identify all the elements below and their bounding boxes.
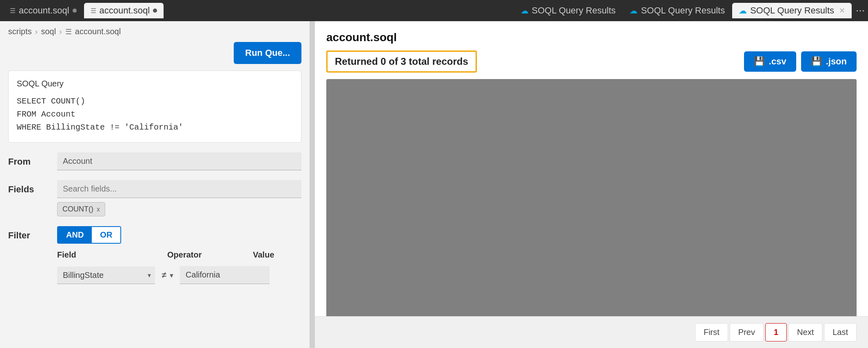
right-panel: account.soql Returned 0 of 3 total recor… bbox=[315, 21, 868, 348]
filter-content: AND OR Field Operator Value BillingState bbox=[57, 226, 343, 284]
export-json-button[interactable]: 💾 .json bbox=[801, 51, 857, 72]
results-header: account.soql bbox=[315, 21, 868, 51]
breadcrumb-sep-2: › bbox=[59, 27, 62, 36]
tab-label-2: account.soql bbox=[100, 5, 150, 16]
filter-field-select[interactable]: BillingState bbox=[57, 267, 155, 284]
filter-label: Filter bbox=[8, 226, 49, 241]
salesforce-icon-3: ☁ bbox=[739, 6, 747, 15]
export-csv-button[interactable]: 💾 .csv bbox=[744, 51, 796, 72]
breadcrumb-scripts[interactable]: scripts bbox=[8, 27, 32, 36]
records-status-row: Returned 0 of 3 total records 💾 .csv 💾 .… bbox=[315, 51, 868, 79]
soql-line-2: FROM Account bbox=[17, 108, 293, 121]
left-panel: scripts › soql › ☰ account.soql Run Que.… bbox=[0, 21, 310, 348]
form-section: From Fields COUNT() x Filter bbox=[0, 152, 310, 348]
tab-soql-results-3[interactable]: ☁ SOQL Query Results ✕ bbox=[732, 3, 852, 18]
filter-column-headers: Field Operator Value bbox=[57, 250, 343, 260]
from-row: From bbox=[8, 152, 301, 170]
cursor-area bbox=[840, 31, 857, 44]
salesforce-icon-2: ☁ bbox=[629, 6, 638, 15]
filter-operator-symbol: ≠ bbox=[162, 270, 166, 280]
tab-label-5: SOQL Query Results bbox=[750, 5, 834, 16]
fields-container: COUNT() x bbox=[57, 180, 301, 216]
file-icon: ☰ bbox=[65, 27, 72, 36]
filter-col-field-header: Field bbox=[57, 250, 155, 260]
and-toggle-button[interactable]: AND bbox=[58, 227, 92, 243]
filter-col-operator-header: Operator bbox=[167, 250, 241, 260]
soql-line-3: WHERE BillingState != 'California' bbox=[17, 121, 293, 134]
filter-row-values: BillingState ≠ ≠ ▾ bbox=[57, 266, 343, 284]
pagination-last-button[interactable]: Last bbox=[824, 323, 857, 341]
tab-soql-results-1[interactable]: ☁ SOQL Query Results bbox=[514, 3, 622, 18]
filter-value-input[interactable] bbox=[180, 266, 270, 284]
from-input[interactable] bbox=[57, 152, 301, 170]
pagination: First Prev 1 Next Last bbox=[315, 316, 868, 348]
run-query-button[interactable]: Run Que... bbox=[234, 42, 301, 64]
json-label: .json bbox=[826, 56, 847, 67]
or-toggle-button[interactable]: OR bbox=[92, 227, 120, 243]
fields-search-input[interactable] bbox=[57, 180, 301, 198]
panel-divider[interactable] bbox=[310, 21, 315, 348]
breadcrumb: scripts › soql › ☰ account.soql bbox=[0, 21, 310, 42]
save-icon-csv: 💾 bbox=[754, 56, 765, 67]
run-query-row: Run Que... bbox=[0, 42, 310, 70]
breadcrumb-soql[interactable]: soql bbox=[41, 27, 56, 36]
from-label: From bbox=[8, 152, 49, 167]
fields-label: Fields bbox=[8, 180, 49, 195]
pagination-first-button[interactable]: First bbox=[695, 323, 728, 341]
pagination-current-page[interactable]: 1 bbox=[765, 323, 787, 341]
tab-close-button[interactable]: ✕ bbox=[839, 6, 845, 15]
filter-field-wrapper: BillingState bbox=[57, 267, 155, 284]
records-status-badge: Returned 0 of 3 total records bbox=[326, 51, 477, 73]
soql-line-1: SELECT COUNT() bbox=[17, 95, 293, 108]
tab-bar: ☰ account.soql ☰ account.soql ☁ SOQL Que… bbox=[0, 0, 868, 21]
field-tag-count: COUNT() x bbox=[57, 202, 105, 216]
tab-account-soql-1[interactable]: ☰ account.soql bbox=[3, 3, 83, 18]
more-tabs-icon[interactable]: ⋯ bbox=[856, 5, 865, 16]
field-tag-label: COUNT() bbox=[62, 205, 93, 214]
breadcrumb-file[interactable]: account.soql bbox=[75, 27, 121, 36]
tab-overflow-actions: ⋯ bbox=[856, 5, 865, 16]
filter-operator-display: ≠ ≠ ▾ bbox=[162, 270, 173, 280]
tab-modified-dot-1 bbox=[73, 9, 77, 13]
tab-label-1: account.soql bbox=[19, 5, 69, 16]
and-or-toggle: AND OR bbox=[57, 226, 121, 244]
tab-label-3: SOQL Query Results bbox=[532, 5, 616, 16]
soql-query-label: SOQL Query bbox=[17, 79, 293, 88]
fields-row: Fields COUNT() x bbox=[8, 180, 301, 216]
tab-soql-results-2[interactable]: ☁ SOQL Query Results bbox=[623, 3, 731, 18]
export-buttons: 💾 .csv 💾 .json bbox=[744, 51, 857, 72]
breadcrumb-sep-1: › bbox=[35, 27, 38, 36]
save-icon-json: 💾 bbox=[811, 56, 822, 67]
soql-query-section: SOQL Query SELECT COUNT() FROM Account W… bbox=[8, 70, 301, 143]
main-content: scripts › soql › ☰ account.soql Run Que.… bbox=[0, 21, 868, 348]
csv-label: .csv bbox=[769, 56, 786, 67]
results-title: account.soql bbox=[326, 31, 397, 44]
soql-code-block[interactable]: SELECT COUNT() FROM Account WHERE Billin… bbox=[17, 95, 293, 134]
pagination-next-button[interactable]: Next bbox=[788, 323, 822, 341]
pagination-prev-button[interactable]: Prev bbox=[730, 323, 764, 341]
tab-label-4: SOQL Query Results bbox=[641, 5, 725, 16]
tab-account-soql-2[interactable]: ☰ account.soql bbox=[84, 3, 164, 18]
results-table-area bbox=[326, 79, 857, 316]
salesforce-icon-1: ☁ bbox=[520, 6, 529, 15]
filter-row: Filter AND OR Field Operator Value bbox=[8, 226, 301, 284]
tab-modified-dot-2 bbox=[153, 9, 157, 13]
field-tag-remove[interactable]: x bbox=[97, 206, 100, 213]
